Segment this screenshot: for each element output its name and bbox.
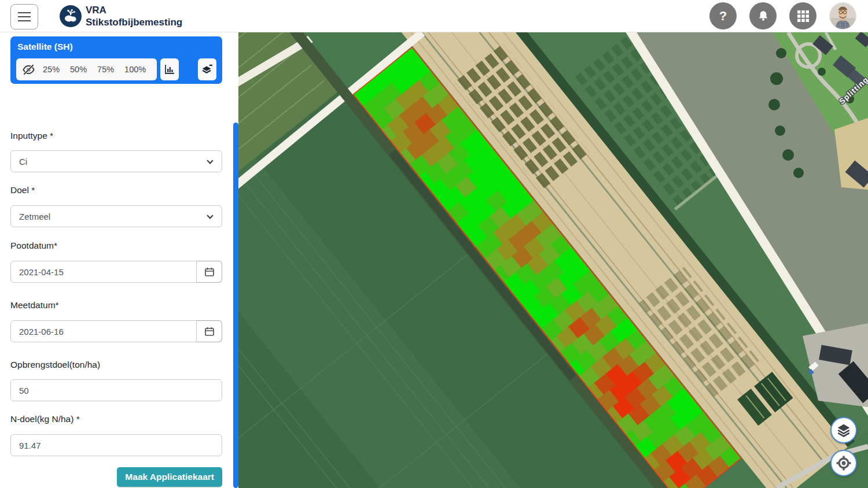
calendar-icon [204, 326, 215, 337]
doel-value: Zetmeel [19, 212, 50, 221]
question-mark-icon: ? [719, 9, 727, 24]
notifications-button[interactable] [749, 2, 777, 29]
bar-chart-icon [164, 64, 175, 75]
locate-me-button[interactable] [830, 450, 857, 476]
satellite-map[interactable]: Splitting [238, 32, 868, 488]
chevron-down-icon [207, 212, 213, 219]
grid-icon [797, 10, 810, 23]
hamburger-menu-button[interactable] [10, 4, 38, 29]
layer-panel: Satellite (SH) 25% 50% 75% 100% [10, 36, 222, 84]
meetdatum-calendar-button[interactable] [197, 320, 222, 342]
calendar-icon [204, 267, 215, 277]
map-layers-button[interactable] [830, 417, 857, 443]
ndoel-input[interactable] [10, 434, 222, 456]
doel-select[interactable]: Zetmeel [10, 205, 222, 227]
opacity-control-group: 25% 50% 75% 100% [16, 58, 157, 80]
app-title-line2: Stikstofbijbemesting [86, 16, 182, 28]
map-viewport[interactable]: Splitting [238, 32, 868, 488]
potato-logo-icon [62, 8, 79, 25]
opbrengstdoel-label: Opbrengstdoel(ton/ha) [10, 360, 222, 370]
inputtype-label: Inputtype * [10, 131, 222, 141]
inputtype-select[interactable]: Ci [10, 150, 222, 172]
apps-grid-button[interactable] [789, 2, 816, 29]
opacity-50-button[interactable]: 50% [65, 65, 92, 74]
maak-applicatiekaart-button[interactable]: Maak Applicatiekaart [117, 467, 222, 487]
crosshair-icon [836, 455, 852, 471]
doel-label: Doel * [10, 185, 222, 195]
user-avatar[interactable] [829, 2, 856, 29]
opacity-100-button[interactable]: 100% [119, 65, 151, 74]
chevron-down-icon [207, 157, 213, 164]
app-title: VRA Stikstofbijbemesting [86, 4, 182, 28]
ndoel-label: N-doel(kg N/ha) * [10, 414, 222, 424]
help-button[interactable]: ? [709, 2, 737, 29]
histogram-button[interactable] [160, 58, 179, 80]
meetdatum-label: Meetdatum* [10, 300, 222, 310]
opacity-25-button[interactable]: 25% [38, 65, 65, 74]
opacity-75-button[interactable]: 75% [92, 65, 119, 74]
pootdatum-input[interactable] [10, 261, 197, 283]
sidebar: Satellite (SH) 25% 50% 75% 100% [0, 32, 238, 488]
pootdatum-label: Pootdatum* [10, 241, 222, 251]
layers-minus-icon [201, 63, 214, 76]
meetdatum-input[interactable] [10, 320, 197, 342]
app-logo [60, 5, 82, 27]
opbrengstdoel-input[interactable] [10, 379, 222, 401]
eye-off-icon[interactable] [22, 63, 35, 76]
top-bar: VRA Stikstofbijbemesting ? [0, 0, 868, 32]
avatar-photo [830, 3, 856, 29]
sidebar-scrollbar[interactable] [233, 123, 238, 488]
layer-panel-title: Satellite (SH) [10, 36, 222, 52]
app-title-line1: VRA [86, 4, 182, 16]
layer-visibility-button[interactable] [198, 58, 216, 80]
bell-icon [756, 9, 770, 23]
inputtype-value: Ci [19, 157, 27, 167]
pootdatum-calendar-button[interactable] [197, 261, 222, 283]
layers-icon [836, 423, 851, 438]
